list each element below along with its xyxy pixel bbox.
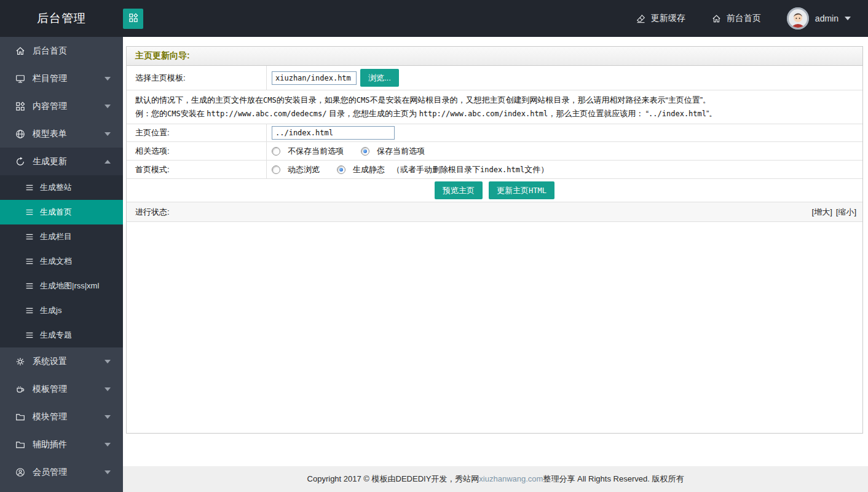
submenu-item-label: 生成专题: [40, 330, 72, 341]
status-output-area: [127, 222, 862, 433]
submenu-item-generate-whole-site[interactable]: 生成整站: [0, 175, 123, 200]
globe-icon: [15, 129, 26, 140]
radio-no-save[interactable]: [272, 147, 280, 156]
radio-save-label: 保存当前选项: [377, 146, 425, 157]
front-home-button[interactable]: 前台首页: [711, 13, 761, 24]
submenu-item-label: 生成整站: [40, 182, 72, 193]
submenu-item-generate-topics[interactable]: 生成专题: [0, 323, 123, 347]
footer: Copyright 2017 © 模板由DEDEDIY开发，秀站网xiuzhan…: [123, 466, 868, 492]
sidebar-item-content-management[interactable]: 内容管理: [0, 92, 123, 120]
chevron-down-icon: [105, 415, 111, 419]
chevron-down-icon: [105, 132, 111, 136]
submenu-item-generate-columns[interactable]: 生成栏目: [0, 224, 123, 249]
submenu-item-generate-documents[interactable]: 生成文档: [0, 249, 123, 274]
update-homepage-html-button[interactable]: 更新主页HTML: [489, 181, 554, 199]
list-icon: [25, 232, 34, 242]
topbar-actions: 更新缓存 前台首页: [636, 7, 868, 30]
eraser-icon: [636, 14, 646, 24]
mode-row: 首页模式: 动态浏览 生成静态 （或者手动删除根目录下index.html文件）: [127, 161, 862, 179]
sidebar-item-label: 后台首页: [33, 46, 111, 57]
preview-homepage-button[interactable]: 预览主页: [435, 181, 483, 199]
sidebar-item-module-management[interactable]: 模块管理: [0, 403, 123, 430]
username: admin: [815, 14, 838, 23]
chevron-up-icon: [105, 160, 111, 164]
radio-static[interactable]: [337, 165, 345, 174]
action-buttons-row: 预览主页 更新主页HTML: [127, 179, 862, 202]
shrink-link[interactable]: [缩小]: [836, 207, 856, 218]
homepage-update-panel: 主页更新向导: 选择主页模板: 浏览... 默认的情况下，生成的主页文件放在CM…: [126, 46, 863, 434]
sidebar-item-label: 生成更新: [33, 156, 105, 167]
site-link[interactable]: xiuzhanwang.com: [479, 474, 543, 483]
submenu-item-label: 生成栏目: [40, 231, 72, 242]
avatar: [787, 7, 809, 30]
user-menu[interactable]: admin: [787, 7, 851, 30]
sidebar-item-template-management[interactable]: 模板管理: [0, 375, 123, 403]
sidebar-item-label: 栏目管理: [33, 73, 105, 84]
homepage-position-input[interactable]: [272, 126, 395, 140]
options-label: 相关选项:: [127, 142, 267, 160]
sidebar-item-model-forms[interactable]: 模型表单: [0, 120, 123, 148]
chevron-down-icon: [105, 470, 111, 474]
front-home-label: 前台首页: [727, 13, 761, 24]
chevron-down-icon: [105, 77, 111, 81]
sidebar-item-label: 模板管理: [33, 384, 105, 395]
home-icon: [15, 46, 26, 57]
update-cache-button[interactable]: 更新缓存: [636, 13, 685, 24]
list-icon: [25, 306, 34, 315]
folder-icon: [15, 439, 26, 450]
submenu-item-label: 生成首页: [40, 207, 72, 218]
list-icon: [25, 207, 34, 217]
position-row: 主页位置:: [127, 124, 862, 142]
sidebar-item-backend-home[interactable]: 后台首页: [0, 37, 123, 65]
list-icon: [25, 281, 34, 291]
radio-static-label: 生成静态: [353, 164, 385, 175]
submenu-item-generate-js[interactable]: 生成js: [0, 298, 123, 323]
template-path-input[interactable]: [272, 71, 357, 85]
top-bar: 后台管理 更新缓存: [0, 0, 868, 37]
mode-label: 首页模式:: [127, 161, 267, 178]
submenu-item-label: 生成文档: [40, 256, 72, 267]
list-icon: [25, 183, 34, 192]
sidebar-item-member-management[interactable]: 会员管理: [0, 458, 123, 486]
sidebar-item-label: 模型表单: [33, 129, 105, 140]
gear-icon: [15, 356, 26, 367]
app-title: 后台管理: [0, 10, 123, 26]
list-icon: [25, 256, 34, 266]
home-icon: [711, 14, 722, 24]
copyright-text: Copyright 2017 © 模板由DEDEDIY开发，秀站网xiuzhan…: [307, 474, 684, 485]
submenu-item-generate-homepage[interactable]: 生成首页: [0, 200, 123, 224]
radio-save[interactable]: [361, 147, 369, 156]
sidebar-item-system-settings[interactable]: 系统设置: [0, 347, 123, 375]
radio-dynamic[interactable]: [272, 165, 280, 174]
submenu-item-generate-sitemap-rss-xml[interactable]: 生成地图|rss|xml: [0, 274, 123, 298]
status-label: 进行状态:: [135, 207, 170, 218]
sidebar-toggle-button[interactable]: [123, 9, 143, 29]
browse-button[interactable]: 浏览...: [360, 69, 399, 87]
folder-icon: [15, 411, 26, 423]
list-icon: [25, 330, 34, 340]
panel-title: 主页更新向导:: [127, 47, 862, 66]
member-icon: [15, 467, 26, 478]
update-cache-label: 更新缓存: [651, 13, 685, 24]
description-line-1: 默认的情况下，生成的主页文件放在CMS的安装目录，如果您的CMS不是安装在网站根…: [135, 93, 854, 107]
position-label: 主页位置:: [127, 124, 267, 141]
mode-note: （或者手动删除根目录下index.html文件）: [392, 164, 548, 175]
sidebar-item-label: 系统设置: [33, 356, 105, 367]
sidebar-item-column-management[interactable]: 栏目管理: [0, 65, 123, 92]
sidebar: 后台首页 栏目管理 内容管理 模型表单: [0, 37, 123, 492]
chevron-down-icon: [105, 387, 111, 391]
dashboard-grid-icon: [128, 12, 139, 25]
description-text: 默认的情况下，生成的主页文件放在CMS的安装目录，如果您的CMS不是安装在网站根…: [127, 90, 862, 124]
radio-dynamic-label: 动态浏览: [288, 164, 320, 175]
cup-icon: [15, 384, 26, 395]
options-row: 相关选项: 不保存当前选项 保存当前选项: [127, 142, 862, 161]
sidebar-item-label: 内容管理: [33, 101, 105, 112]
generate-update-submenu: 生成整站 生成首页 生成栏目 生成文档 生成地图|rss|xml: [0, 175, 123, 347]
template-label: 选择主页模板:: [127, 66, 267, 90]
monitor-icon: [15, 73, 26, 84]
chevron-down-icon: [845, 17, 851, 20]
enlarge-link[interactable]: [增大]: [812, 207, 832, 218]
radio-no-save-label: 不保存当前选项: [288, 146, 344, 157]
sidebar-item-auxiliary-plugins[interactable]: 辅助插件: [0, 430, 123, 458]
sidebar-item-generate-update[interactable]: 生成更新: [0, 148, 123, 175]
